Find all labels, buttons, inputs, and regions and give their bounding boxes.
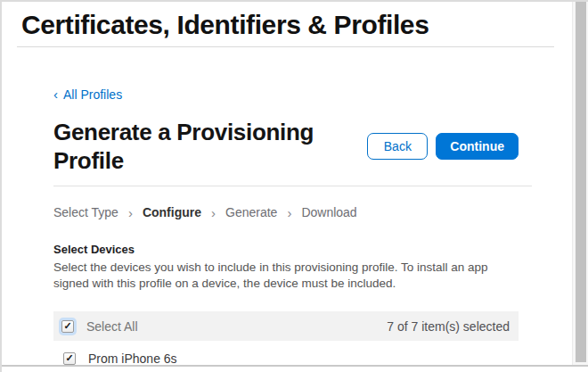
selection-count: 7 of 7 item(s) selected (387, 319, 510, 334)
select-all-label: Select All (86, 319, 138, 334)
chevron-right-icon: › (211, 205, 216, 220)
steps-divider (53, 186, 532, 186)
continue-button[interactable]: Continue (436, 133, 519, 160)
checkmark-icon: ✓ (65, 353, 73, 363)
all-profiles-back-link[interactable]: ‹All Profiles (53, 87, 122, 102)
chevron-right-icon: › (128, 205, 133, 220)
back-link-label: All Profiles (63, 87, 122, 102)
step-download: Download (301, 205, 356, 220)
chevron-right-icon: › (287, 205, 291, 220)
checkmark-icon: ✓ (63, 321, 71, 331)
main-content: ‹All Profiles Generate a Provisioning Pr… (53, 47, 519, 372)
device-name: Prom iPhone 6s (88, 351, 177, 366)
device-row[interactable]: ✓ Prom iPhone 6s (53, 341, 519, 372)
select-devices-heading: Select Devices (53, 243, 519, 257)
step-select-type: Select Type (53, 205, 118, 220)
browser-viewport: Certificates, Identifiers & Profiles ‹Al… (0, 0, 588, 372)
back-button[interactable]: Back (367, 133, 428, 160)
wizard-actions: Back Continue (367, 133, 519, 160)
select-all-checkbox[interactable]: ✓ (61, 320, 74, 333)
step-generate: Generate (225, 205, 277, 220)
select-all-row[interactable]: ✓ Select All 7 of 7 item(s) selected (53, 311, 519, 341)
heading-row: Generate a Provisioning Profile Back Con… (53, 118, 519, 175)
scrollbar-thumb[interactable] (576, 2, 586, 362)
page-title: Certificates, Identifiers & Profiles (21, 9, 588, 41)
chevron-left-icon: ‹ (53, 87, 58, 102)
select-devices-description: Select the devices you wish to include i… (53, 260, 519, 292)
wizard-breadcrumb: Select Type › Configure › Generate › Dow… (53, 205, 519, 220)
wizard-heading: Generate a Provisioning Profile (53, 118, 367, 175)
vertical-scrollbar[interactable] (572, 2, 588, 365)
viewport-bottom-edge (2, 365, 588, 367)
device-checkbox[interactable]: ✓ (63, 352, 76, 365)
step-configure: Configure (143, 205, 201, 220)
